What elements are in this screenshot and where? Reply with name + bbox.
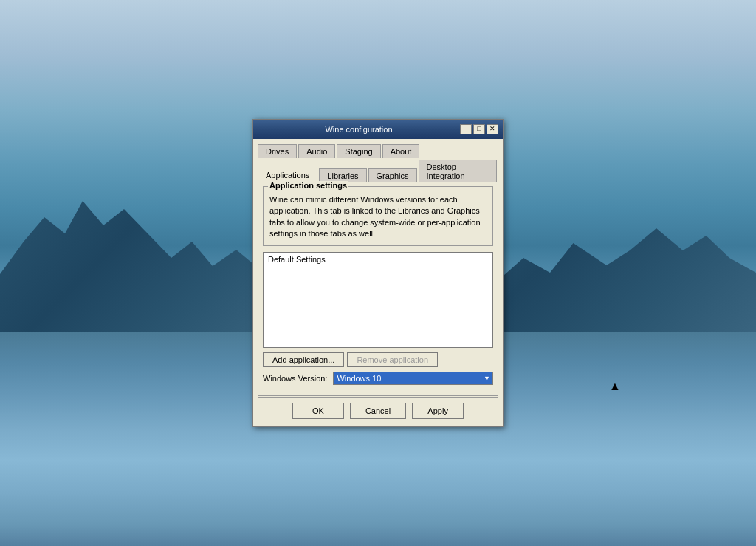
tab-graphics[interactable]: Graphics xyxy=(368,168,417,182)
list-item-default[interactable]: Default Settings xyxy=(265,254,491,265)
applications-list[interactable]: Default Settings xyxy=(263,252,493,348)
dialog-title: Wine configuration xyxy=(258,125,460,134)
tab-content: Application settings Wine can mimic diff… xyxy=(258,182,498,397)
group-box-description: Wine can mimic different Windows version… xyxy=(269,194,487,240)
wine-config-dialog: Wine configuration — □ ✕ Drives Audio St… xyxy=(252,119,504,428)
dialog-overlay: Wine configuration — □ ✕ Drives Audio St… xyxy=(0,0,756,546)
app-button-row: Add application... Remove application xyxy=(263,352,493,367)
windows-version-select[interactable]: Windows 2003 Windows XP Windows Vista Wi… xyxy=(333,372,493,385)
titlebar-controls: — □ ✕ xyxy=(460,124,498,134)
title-bar: Wine configuration — □ ✕ xyxy=(253,120,503,139)
ok-button[interactable]: OK xyxy=(292,403,344,419)
tab-row-1-container: Drives Audio Staging About xyxy=(258,143,498,157)
windows-version-row: Windows Version: Windows 2003 Windows XP… xyxy=(263,372,493,385)
tab-about[interactable]: About xyxy=(382,144,420,158)
tab-applications[interactable]: Applications xyxy=(258,168,317,182)
apply-button[interactable]: Apply xyxy=(412,403,464,419)
maximize-button[interactable]: □ xyxy=(473,124,485,134)
close-button[interactable]: ✕ xyxy=(487,124,498,134)
footer-buttons: OK Cancel Apply xyxy=(258,397,498,422)
windows-version-label: Windows Version: xyxy=(263,374,327,383)
minimize-button[interactable]: — xyxy=(460,124,472,134)
dialog-body: Drives Audio Staging About Applications … xyxy=(253,139,503,427)
remove-application-button[interactable]: Remove application xyxy=(347,352,438,367)
add-application-button[interactable]: Add application... xyxy=(263,352,344,367)
windows-version-select-wrapper: Windows 2003 Windows XP Windows Vista Wi… xyxy=(333,372,493,385)
tab-row-2-container: Applications Libraries Graphics Desktop … xyxy=(258,159,498,182)
tab-desktop-integration[interactable]: Desktop Integration xyxy=(419,160,497,182)
tab-audio[interactable]: Audio xyxy=(298,144,335,158)
tab-drives[interactable]: Drives xyxy=(258,144,297,158)
application-settings-group: Application settings Wine can mimic diff… xyxy=(263,186,493,247)
tab-staging[interactable]: Staging xyxy=(337,144,380,158)
cancel-button[interactable]: Cancel xyxy=(350,403,406,419)
